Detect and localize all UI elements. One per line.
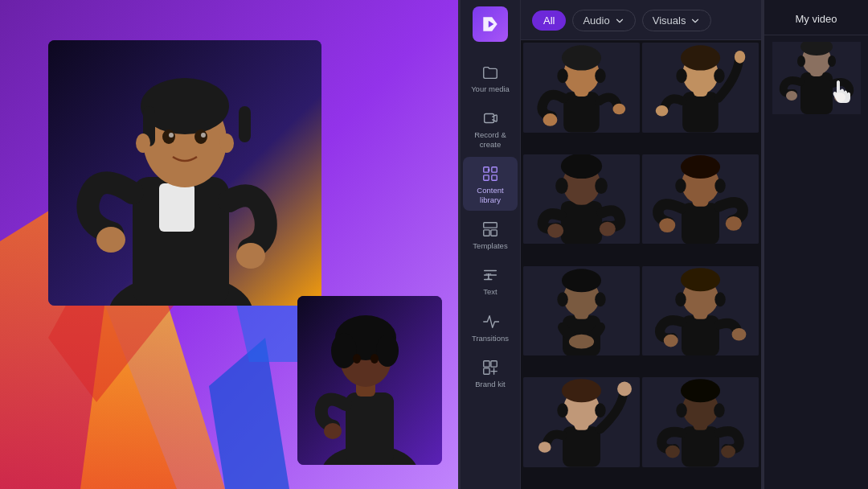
avatar-grid-cell-4[interactable] bbox=[642, 154, 759, 244]
svg-point-124 bbox=[786, 91, 797, 101]
avatar-grid-cell-6[interactable] bbox=[642, 266, 759, 356]
svg-point-69 bbox=[555, 178, 568, 194]
sidebar-item-your-media[interactable]: Your media bbox=[463, 55, 518, 100]
filter-audio-dropdown[interactable]: Audio bbox=[572, 10, 635, 31]
main-avatar-card bbox=[48, 40, 321, 306]
avatar-grid-cell-8[interactable] bbox=[642, 377, 759, 467]
svg-point-29 bbox=[331, 333, 357, 368]
sidebar-item-transitions-label: Transitions bbox=[472, 334, 509, 343]
svg-rect-43 bbox=[484, 361, 489, 367]
main-content: All Audio Visuals bbox=[521, 0, 761, 489]
avatar-figure-4 bbox=[642, 154, 759, 244]
svg-point-62 bbox=[735, 51, 745, 64]
avatar-figure-7 bbox=[523, 377, 640, 467]
svg-point-116 bbox=[721, 446, 735, 458]
svg-rect-56 bbox=[682, 92, 719, 132]
svg-point-61 bbox=[714, 68, 724, 83]
sidebar-item-templates-label: Templates bbox=[473, 241, 507, 250]
svg-point-21 bbox=[96, 227, 125, 253]
svg-rect-37 bbox=[492, 175, 497, 180]
filter-all-button[interactable]: All bbox=[532, 10, 566, 31]
svg-rect-74 bbox=[682, 203, 719, 244]
svg-point-112 bbox=[681, 379, 720, 402]
avatar-grid-cell-5[interactable] bbox=[523, 266, 640, 356]
sidebar-item-text[interactable]: T Text bbox=[463, 258, 518, 302]
video-thumbnail[interactable] bbox=[772, 42, 861, 114]
svg-point-104 bbox=[557, 404, 567, 418]
canvas-area bbox=[0, 0, 458, 489]
sidebar-item-templates[interactable]: Templates bbox=[463, 212, 518, 257]
sidebar-item-record-label: Record & create bbox=[474, 130, 506, 149]
avatar-grid-cell-3[interactable] bbox=[523, 154, 640, 244]
transitions-icon bbox=[481, 313, 499, 331]
sidebar-item-brand-kit-label: Brand kit bbox=[475, 380, 506, 388]
my-video-header: My video bbox=[764, 0, 868, 35]
svg-point-123 bbox=[828, 55, 836, 67]
sidebar-item-transitions[interactable]: Transitions bbox=[463, 305, 518, 349]
svg-rect-65 bbox=[561, 201, 602, 244]
svg-rect-44 bbox=[491, 361, 497, 367]
svg-point-80 bbox=[659, 218, 675, 232]
logo-icon bbox=[480, 14, 501, 35]
svg-point-78 bbox=[675, 179, 686, 193]
svg-point-87 bbox=[557, 292, 567, 306]
svg-point-38 bbox=[488, 169, 490, 171]
svg-rect-36 bbox=[484, 175, 489, 180]
svg-point-70 bbox=[595, 178, 608, 194]
small-avatar-card bbox=[297, 296, 442, 465]
svg-point-103 bbox=[562, 379, 601, 402]
svg-point-107 bbox=[538, 442, 551, 453]
svg-point-97 bbox=[664, 334, 678, 347]
svg-rect-45 bbox=[484, 368, 489, 374]
svg-point-105 bbox=[595, 404, 605, 418]
svg-rect-9 bbox=[159, 183, 194, 232]
svg-point-51 bbox=[557, 68, 567, 83]
svg-point-68 bbox=[561, 154, 602, 179]
svg-point-71 bbox=[547, 224, 563, 238]
svg-rect-109 bbox=[682, 427, 719, 467]
app-logo bbox=[473, 6, 508, 42]
avatar-figure-5 bbox=[523, 266, 640, 356]
svg-rect-47 bbox=[563, 92, 600, 132]
content-library-icon bbox=[481, 165, 499, 183]
svg-point-122 bbox=[797, 55, 805, 67]
svg-point-86 bbox=[562, 269, 601, 292]
svg-point-16 bbox=[194, 129, 207, 144]
chevron-down-icon bbox=[614, 15, 625, 27]
svg-point-53 bbox=[543, 113, 558, 126]
chevron-down-icon-2 bbox=[690, 15, 701, 27]
filter-bar: All Audio Visuals bbox=[521, 0, 761, 40]
svg-text:T: T bbox=[486, 272, 492, 281]
avatar-grid-cell-1[interactable] bbox=[523, 43, 640, 133]
sidebar-item-brand-kit[interactable]: Brand kit bbox=[463, 351, 518, 395]
svg-point-32 bbox=[371, 354, 379, 364]
cursor-hand-icon bbox=[830, 80, 853, 108]
svg-point-96 bbox=[714, 292, 725, 306]
svg-point-15 bbox=[162, 129, 175, 144]
svg-point-22 bbox=[236, 243, 265, 269]
text-icon: T bbox=[481, 266, 499, 284]
filter-visuals-dropdown[interactable]: Visuals bbox=[642, 10, 712, 31]
video-camera-icon bbox=[481, 109, 499, 127]
brand-kit-icon bbox=[481, 359, 499, 376]
sidebar-item-record-create[interactable]: Record & create bbox=[463, 101, 518, 155]
svg-rect-40 bbox=[484, 230, 489, 236]
svg-point-19 bbox=[136, 134, 150, 153]
avatar-grid-cell-7[interactable] bbox=[523, 377, 640, 467]
svg-point-89 bbox=[569, 334, 594, 348]
svg-point-114 bbox=[714, 404, 724, 418]
svg-point-88 bbox=[595, 292, 605, 306]
sidebar: Your media Record & create Content libra… bbox=[461, 0, 521, 489]
svg-point-63 bbox=[656, 105, 669, 116]
avatar-grid bbox=[521, 40, 761, 489]
avatar-grid-cell-2[interactable] bbox=[642, 43, 759, 133]
svg-point-77 bbox=[681, 155, 720, 179]
right-panel: Your media Record & create Content libra… bbox=[461, 0, 868, 489]
svg-rect-41 bbox=[491, 230, 497, 236]
svg-rect-91 bbox=[682, 315, 719, 355]
templates-icon bbox=[481, 220, 499, 238]
svg-point-95 bbox=[675, 292, 686, 306]
svg-rect-39 bbox=[484, 223, 497, 228]
svg-point-60 bbox=[676, 68, 686, 83]
sidebar-item-content-library[interactable]: Content library bbox=[463, 157, 518, 211]
